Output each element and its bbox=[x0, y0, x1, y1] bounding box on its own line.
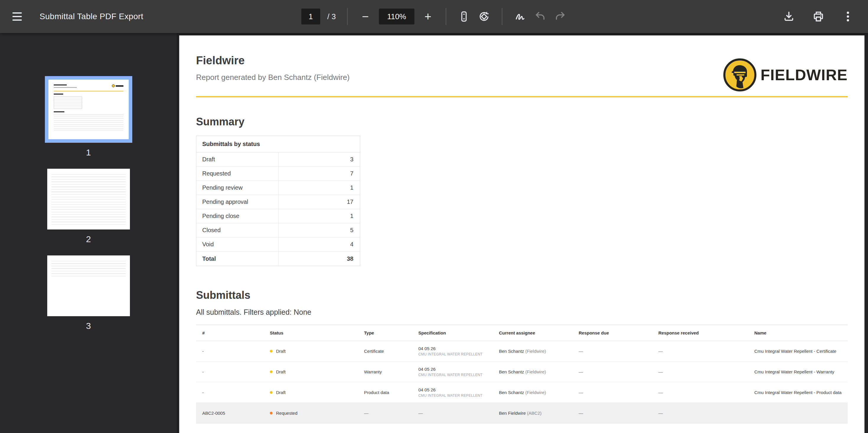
status-label: Draft bbox=[276, 348, 286, 354]
summary-heading: Summary bbox=[196, 115, 848, 128]
fit-to-page-icon[interactable] bbox=[457, 8, 470, 25]
document-title: Submittal Table PDF Export bbox=[39, 12, 143, 21]
thumbnail-label: 1 bbox=[86, 147, 91, 158]
status-dot-icon bbox=[270, 412, 273, 414]
summary-table: Submittals by status Draft3 Requested7 P… bbox=[196, 136, 360, 266]
status-label: Draft bbox=[276, 369, 286, 374]
zoom-out-button[interactable]: − bbox=[359, 8, 372, 25]
thumbnail-preview bbox=[51, 259, 126, 277]
fieldwire-logo-text: FIELDWIRE bbox=[761, 66, 848, 84]
summary-row: Pending approval17 bbox=[196, 195, 360, 209]
page-thumbnail-3[interactable] bbox=[47, 256, 130, 316]
summary-row: Pending close1 bbox=[196, 209, 360, 223]
summary-row: Pending review1 bbox=[196, 181, 360, 195]
redo-icon[interactable] bbox=[554, 8, 566, 25]
status-dot-icon bbox=[270, 391, 273, 394]
thumbnail-label: 3 bbox=[86, 321, 91, 331]
table-row: - Draft Product data 04 05 26CMU INTEGRA… bbox=[196, 382, 848, 403]
fieldwire-logo: FIELDWIRE bbox=[723, 58, 848, 92]
toolbar-divider bbox=[347, 8, 347, 25]
table-row: - Draft Certificate 04 05 26CMU INTEGRAL… bbox=[196, 341, 848, 362]
undo-icon[interactable] bbox=[533, 8, 547, 25]
summary-row: Void4 bbox=[196, 237, 360, 252]
download-icon[interactable] bbox=[782, 8, 795, 25]
pdf-viewer-toolbar: Submittal Table PDF Export 1 / 3 − 110% … bbox=[0, 0, 868, 33]
thumbnail-label: 2 bbox=[86, 234, 91, 244]
thumbnail-sidebar: 1 2 3 bbox=[0, 33, 178, 433]
table-row: - Draft Warranty 04 05 26CMU INTEGRAL WA… bbox=[196, 362, 848, 382]
fieldwire-logo-icon bbox=[723, 58, 756, 92]
thumbnail-preview bbox=[51, 172, 126, 226]
pdf-page-1: Fieldwire Report generated by Ben Schant… bbox=[179, 35, 864, 433]
more-options-icon[interactable] bbox=[841, 8, 855, 25]
summary-row: Requested7 bbox=[196, 167, 360, 181]
menu-icon[interactable] bbox=[12, 10, 25, 23]
submittals-table: # Status Type Specification Current assi… bbox=[196, 325, 848, 424]
pdf-scroll-area[interactable]: Fieldwire Report generated by Ben Schant… bbox=[178, 33, 868, 433]
summary-total-row: Total38 bbox=[196, 252, 360, 266]
table-row: ABC2-0005 Requested — — Ben Fieldwire (A… bbox=[196, 403, 848, 424]
page-thumbnail-1[interactable] bbox=[45, 76, 132, 143]
zoom-in-button[interactable]: + bbox=[421, 8, 434, 25]
status-dot-icon bbox=[270, 350, 273, 353]
rotate-counterclockwise-icon[interactable] bbox=[477, 8, 490, 25]
zoom-level-input[interactable]: 110% bbox=[379, 8, 414, 25]
toolbar-divider bbox=[445, 8, 446, 25]
accent-divider bbox=[196, 96, 848, 97]
toolbar-divider bbox=[502, 8, 502, 25]
filters-note: All submittals. Filters applied: None bbox=[196, 308, 848, 317]
summary-row: Draft3 bbox=[196, 153, 360, 167]
page-number-input[interactable]: 1 bbox=[302, 8, 320, 25]
status-dot-icon bbox=[270, 370, 273, 373]
status-label: Requested bbox=[276, 410, 298, 415]
summary-row: Closed5 bbox=[196, 223, 360, 237]
annotate-pen-icon[interactable] bbox=[514, 8, 526, 25]
print-icon[interactable] bbox=[812, 8, 825, 25]
page-divider: / bbox=[328, 12, 330, 21]
thumbnail-preview bbox=[49, 80, 129, 139]
submittals-table-header: # Status Type Specification Current assi… bbox=[196, 325, 848, 341]
page-total: 3 bbox=[332, 12, 336, 21]
page-thumbnail-2[interactable] bbox=[47, 169, 130, 230]
status-label: Draft bbox=[276, 390, 286, 395]
summary-table-title: Submittals by status bbox=[196, 136, 360, 153]
submittals-heading: Submittals bbox=[196, 289, 848, 301]
